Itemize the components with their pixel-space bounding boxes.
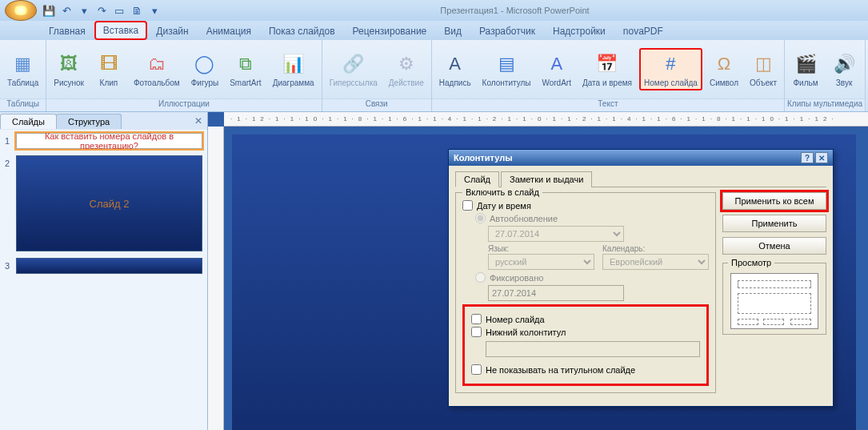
headerfooter-button[interactable]: ▤Колонтитулы — [478, 49, 535, 90]
action-button[interactable]: ⚙Действие — [385, 49, 428, 90]
tab-insert[interactable]: Вставка — [94, 21, 148, 40]
horizontal-ruler: ·1·12·1·1·10·1·1·8·1·1·6·1·1·4·1·1·2·1·1… — [224, 112, 868, 127]
print-icon[interactable]: 🗎 — [130, 3, 144, 18]
pane-tab-slides[interactable]: Слайды — [0, 114, 57, 129]
tab-addin[interactable]: Надстройки — [544, 22, 614, 40]
office-button[interactable] — [5, 0, 37, 21]
headerfooter-label: Колонтитулы — [482, 78, 531, 87]
qat-more-icon[interactable]: ▾ — [147, 3, 162, 18]
thumb-row[interactable]: 1 Как вставить номера слайдов в презента… — [5, 133, 202, 149]
auto-label: Автообновление — [490, 214, 558, 223]
footer-input[interactable] — [486, 341, 700, 357]
dialog-body: Слайд Заметки и выдачи Включить в слайд … — [449, 166, 833, 406]
table-button[interactable]: ▦Таблица — [3, 49, 42, 90]
table-icon: ▦ — [10, 51, 36, 77]
hyperlink-icon: 🔗 — [341, 51, 366, 77]
apply-all-button[interactable]: Применить ко всем — [722, 192, 826, 210]
include-fieldset: Включить в слайд Дату и время Автообновл… — [455, 192, 716, 393]
sound-button[interactable]: 🔊Звук — [826, 49, 862, 90]
wordart-button[interactable]: AWordArt — [538, 49, 575, 90]
thumb-1[interactable]: Как вставить номера слайдов в презентаци… — [16, 133, 202, 149]
smartart-label: SmartArt — [230, 78, 261, 87]
object-button[interactable]: ◫Объект — [746, 49, 781, 90]
thumb-3[interactable] — [16, 258, 202, 274]
redo-icon[interactable]: ↷ — [94, 3, 109, 18]
cancel-button[interactable]: Отмена — [722, 237, 826, 255]
new-slide-icon[interactable]: ▭ — [112, 3, 126, 18]
dialog-titlebar[interactable]: Колонтитулы ? ✕ — [449, 150, 833, 166]
preview-box: Просмотр — [722, 263, 826, 335]
thumb-2[interactable]: Слайд 2 — [16, 155, 202, 251]
textbox-icon: A — [442, 51, 468, 77]
hyperlink-button[interactable]: 🔗Гиперссылка — [326, 49, 382, 90]
lang-select[interactable]: русский — [488, 254, 594, 270]
save-icon[interactable]: 💾 — [42, 3, 56, 18]
auto-radio[interactable]: Автообновление — [475, 213, 709, 223]
object-label: Объект — [750, 78, 777, 87]
pane-tab-outline[interactable]: Структура — [56, 114, 122, 129]
chart-button[interactable]: 📊Диаграмма — [269, 49, 318, 90]
tab-animation[interactable]: Анимация — [198, 22, 260, 40]
dialog-close-icon[interactable]: ✕ — [815, 152, 828, 163]
highlighted-options: Номер слайда Нижний колонтитул Не показы… — [462, 304, 709, 386]
tab-home[interactable]: Главная — [40, 22, 94, 40]
smartart-button[interactable]: ⧉SmartArt — [226, 49, 265, 90]
sound-icon: 🔊 — [831, 51, 857, 77]
tab-design[interactable]: Дизайн — [147, 22, 197, 40]
pane-close-icon[interactable]: ✕ — [194, 115, 202, 127]
cal-label: Календарь: — [602, 244, 709, 253]
tab-novapdf[interactable]: novaPDF — [614, 22, 672, 40]
group-tables-label: Таблицы — [0, 98, 46, 111]
action-label: Действие — [389, 78, 424, 87]
fixed-date-input[interactable] — [488, 285, 624, 301]
datetime-button[interactable]: 📅Дата и время — [578, 49, 636, 90]
clipart-button[interactable]: 🎞Клип — [91, 49, 126, 90]
title-bar: 💾 ↶ ▾ ↷ ▭ 🗎 ▾ Презентация1 - Microsoft P… — [0, 0, 868, 21]
dialog-tab-notes[interactable]: Заметки и выдачи — [501, 171, 592, 187]
undo-icon[interactable]: ↶ — [59, 3, 74, 18]
shapes-label: Фигуры — [191, 78, 218, 87]
datetime-checkbox[interactable]: Дату и время — [462, 200, 709, 211]
thumb-num: 2 — [5, 155, 16, 251]
footer-checkbox[interactable]: Нижний колонтитул — [471, 327, 700, 337]
tab-review[interactable]: Рецензирование — [344, 22, 436, 40]
slide-pane: Слайды Структура ✕ 1 Как вставить номера… — [0, 112, 208, 430]
lang-label: Язык: — [488, 244, 594, 253]
thumbs-list[interactable]: 1 Как вставить номера слайдов в презента… — [0, 130, 207, 430]
dialog-right: Применить ко всем Применить Отмена Просм… — [722, 192, 826, 398]
group-media: 🎬Фильм 🔊Звук Клипы мультимедиа — [785, 40, 866, 111]
smartart-icon: ⧉ — [233, 51, 258, 77]
datetime-label: Дату и время — [477, 201, 531, 211]
include-legend: Включить в слайд — [462, 187, 542, 197]
slidenumber-button[interactable]: #Номер слайда — [639, 48, 702, 90]
thumb-num: 3 — [5, 258, 16, 274]
tab-slideshow[interactable]: Показ слайдов — [260, 22, 344, 40]
auto-date-select[interactable]: 27.07.2014 — [488, 226, 624, 242]
notitle-checkbox[interactable]: Не показывать на титульном слайде — [471, 364, 700, 375]
headerfooter-icon: ▤ — [494, 51, 519, 77]
thumb-num: 1 — [5, 133, 16, 149]
thumb-row[interactable]: 3 — [5, 258, 202, 274]
dialog-tab-slide[interactable]: Слайд — [455, 171, 499, 187]
tab-developer[interactable]: Разработчик — [470, 22, 544, 40]
shapes-button[interactable]: ◯Фигуры — [187, 49, 222, 90]
group-text: AНадпись ▤Колонтитулы AWordArt 📅Дата и в… — [432, 40, 785, 111]
dialog-help-icon[interactable]: ? — [801, 152, 814, 163]
thumb-row[interactable]: 2 Слайд 2 — [5, 155, 202, 251]
window-title: Презентация1 - Microsoft PowerPoint — [162, 6, 868, 15]
slidenumber-checkbox[interactable]: Номер слайда — [471, 314, 700, 324]
sound-label: Звук — [836, 78, 853, 87]
picture-button[interactable]: 🖼Рисунок — [50, 49, 88, 90]
symbol-button[interactable]: ΩСимвол — [706, 49, 742, 90]
movie-button[interactable]: 🎬Фильм — [788, 49, 823, 90]
qat-dropdown-icon[interactable]: ▾ — [77, 3, 91, 18]
textbox-button[interactable]: AНадпись — [435, 49, 475, 90]
cal-select[interactable]: Европейский — [602, 254, 709, 270]
chart-label: Диаграмма — [273, 78, 314, 87]
dialog-left: Включить в слайд Дату и время Автообновл… — [455, 192, 716, 398]
photoalbum-button[interactable]: 🗂Фотоальбом — [130, 49, 184, 90]
fixed-radio[interactable]: Фиксировано — [475, 272, 709, 283]
group-tables: ▦Таблица Таблицы — [0, 40, 46, 111]
apply-button[interactable]: Применить — [722, 215, 826, 232]
tab-view[interactable]: Вид — [435, 22, 470, 40]
